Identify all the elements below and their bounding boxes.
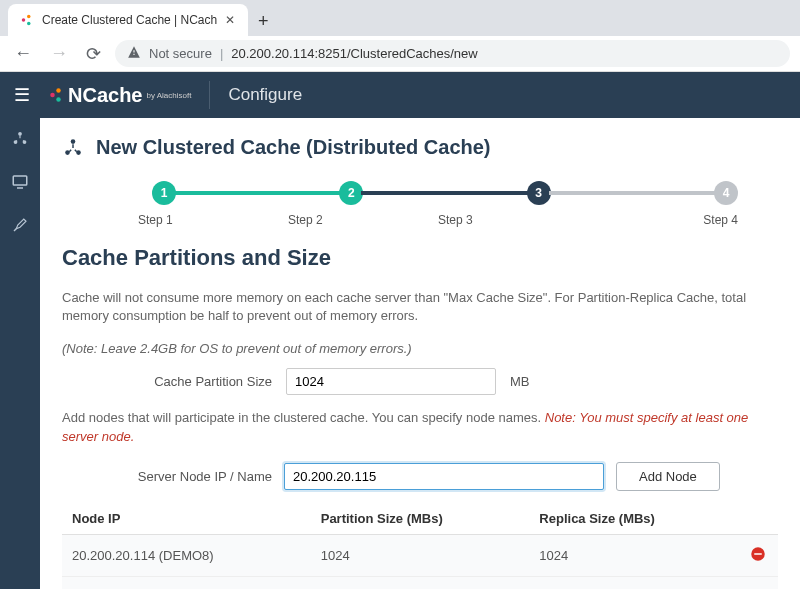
server-node-label: Server Node IP / Name <box>62 469 272 484</box>
reload-button[interactable]: ⟳ <box>82 43 105 65</box>
insecure-icon <box>127 45 141 62</box>
step-2-circle[interactable]: 2 <box>339 181 363 205</box>
svg-point-10 <box>71 139 76 144</box>
step-connector-1 <box>174 191 341 195</box>
partition-size-label: Cache Partition Size <box>62 374 272 389</box>
partition-size-unit: MB <box>510 374 530 389</box>
page-title-text: New Clustered Cache (Distributed Cache) <box>96 136 491 159</box>
section-title: Cache Partitions and Size <box>62 245 778 271</box>
svg-rect-9 <box>13 176 27 185</box>
url-text: 20.200.20.114:8251/ClusteredCaches/new <box>231 46 477 61</box>
step-3-circle[interactable]: 3 <box>527 181 551 205</box>
svg-point-2 <box>27 22 31 26</box>
menu-toggle-icon[interactable]: ☰ <box>14 84 30 106</box>
section-description: Cache will not consume more memory on ea… <box>62 289 778 325</box>
tools-icon[interactable] <box>11 216 29 239</box>
svg-point-5 <box>56 97 61 102</box>
server-node-input[interactable] <box>284 463 604 490</box>
cell-replica: 1024 <box>529 534 738 576</box>
browser-toolbar: ← → ⟳ Not secure | 20.200.20.114:8251/Cl… <box>0 36 800 72</box>
address-bar[interactable]: Not secure | 20.200.20.114:8251/Clustere… <box>115 40 790 67</box>
nodes-table: Node IP Partition Size (MBs) Replica Siz… <box>62 503 778 589</box>
brand-sub: by Alachisoft <box>146 91 191 100</box>
step-4-circle[interactable]: 4 <box>714 181 738 205</box>
add-nodes-description: Add nodes that will participate in the c… <box>62 409 778 445</box>
cluster-icon[interactable] <box>11 130 29 153</box>
monitor-icon[interactable] <box>11 173 29 196</box>
sidebar-nav <box>0 118 40 589</box>
svg-point-1 <box>27 15 31 19</box>
tab-favicon-icon <box>20 13 34 27</box>
svg-rect-14 <box>754 553 762 555</box>
cell-partition: 1024 <box>311 534 530 576</box>
insecure-label: Not secure <box>149 46 212 61</box>
partition-size-input[interactable] <box>286 368 496 395</box>
os-memory-note: (Note: Leave 2.4GB for OS to prevent out… <box>62 341 778 356</box>
table-row: 20.200.20.114 (DEMO8) 1024 1024 <box>62 534 778 576</box>
table-header-row: Node IP Partition Size (MBs) Replica Siz… <box>62 503 778 535</box>
browser-tab-strip: Create Clustered Cache | NCach ✕ + <box>0 0 800 36</box>
new-tab-button[interactable]: + <box>248 7 279 36</box>
table-row: 20.200.20.115 (DEMO9) 1024 1024 <box>62 576 778 589</box>
col-partition-size: Partition Size (MBs) <box>311 503 530 535</box>
tab-title: Create Clustered Cache | NCach <box>42 13 217 27</box>
browser-tab[interactable]: Create Clustered Cache | NCach ✕ <box>8 4 248 36</box>
main-content: New Clustered Cache (Distributed Cache) … <box>40 118 800 589</box>
svg-point-4 <box>56 88 61 93</box>
svg-point-6 <box>18 132 22 136</box>
brand-logo[interactable]: NCache by Alachisoft <box>48 84 191 107</box>
step-labels: Step 1 Step 2 Step 3 Step 4 <box>138 213 738 227</box>
cluster-title-icon <box>62 137 84 159</box>
add-node-button[interactable]: Add Node <box>616 462 720 491</box>
col-node-ip: Node IP <box>62 503 311 535</box>
page-title: New Clustered Cache (Distributed Cache) <box>62 136 778 159</box>
remove-node-icon[interactable] <box>749 551 767 566</box>
step-3-label: Step 3 <box>438 213 588 227</box>
add-nodes-text: Add nodes that will participate in the c… <box>62 410 545 425</box>
app-header: ☰ NCache by Alachisoft Configure <box>0 72 800 118</box>
brand-name: NCache <box>68 84 142 107</box>
cell-partition: 1024 <box>311 576 530 589</box>
col-action <box>738 503 778 535</box>
step-2-label: Step 2 <box>288 213 438 227</box>
header-divider <box>209 81 210 109</box>
svg-point-3 <box>50 93 55 98</box>
svg-point-0 <box>22 18 26 22</box>
step-connector-2 <box>361 191 528 195</box>
header-section: Configure <box>228 85 302 105</box>
step-4-label: Step 4 <box>588 213 738 227</box>
step-connector-3 <box>549 191 716 195</box>
close-tab-icon[interactable]: ✕ <box>225 13 235 27</box>
cell-node-ip: 20.200.20.114 (DEMO8) <box>62 534 311 576</box>
forward-button[interactable]: → <box>46 43 72 64</box>
col-replica-size: Replica Size (MBs) <box>529 503 738 535</box>
back-button[interactable]: ← <box>10 43 36 64</box>
wizard-stepper: 1 2 3 4 <box>152 181 738 205</box>
cell-node-ip: 20.200.20.115 (DEMO9) <box>62 576 311 589</box>
step-1-label: Step 1 <box>138 213 288 227</box>
url-separator: | <box>220 46 223 61</box>
step-1-circle[interactable]: 1 <box>152 181 176 205</box>
cell-replica: 1024 <box>529 576 738 589</box>
